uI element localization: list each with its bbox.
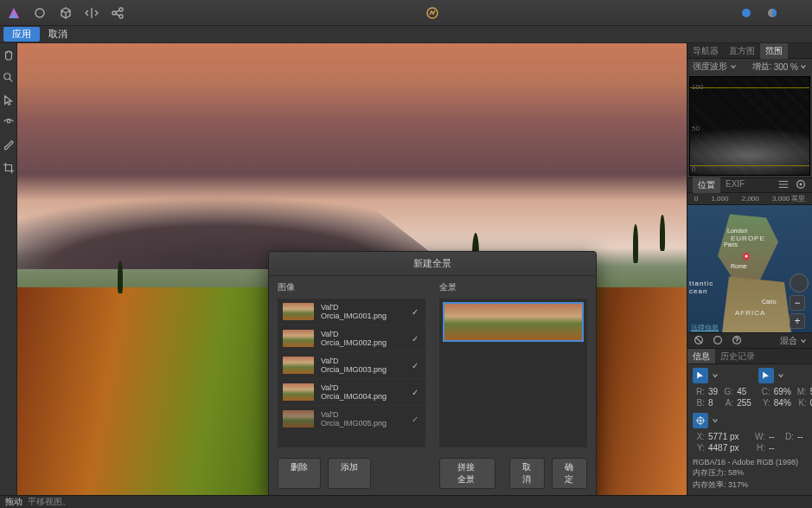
tab-histogram[interactable]: 直方图 — [724, 43, 760, 59]
list-item[interactable]: Val'D Orcia_IMG003.png✓ — [278, 352, 425, 379]
images-column-header: 图像 — [278, 281, 425, 293]
map-scale-ruler: 0 1,000 2,000 3,000 英里 — [687, 193, 812, 205]
info-panel-tabs: 信息 历史记录 — [687, 349, 812, 364]
map-place: London — [727, 228, 747, 234]
scope-panel-tabs: 导航器 直方图 范围 — [687, 43, 812, 59]
map-pin-icon — [742, 253, 751, 261]
map-legal-link[interactable]: 法律信息 — [691, 323, 719, 332]
svg-point-5 — [742, 9, 751, 17]
develop-persona-icon[interactable] — [424, 4, 441, 22]
zoom-tool-icon[interactable] — [2, 71, 16, 85]
thumbnail — [283, 357, 314, 374]
dialog-cancel-button[interactable]: 取消 — [509, 458, 545, 489]
hand-tool-icon[interactable] — [2, 48, 16, 62]
list-item[interactable]: Val'D Orcia_IMG002.png✓ — [278, 325, 425, 352]
crossed-circle-icon[interactable] — [693, 334, 705, 348]
crop-tool-icon[interactable] — [2, 161, 16, 175]
list-item[interactable]: Val'D Orcia_IMG004.png✓ — [278, 379, 425, 406]
dialog-title: 新建全景 — [269, 252, 596, 276]
app-logo-icon — [5, 4, 22, 22]
map-place: Cairo — [762, 299, 777, 305]
waveform-scope: 100 50 0 — [689, 76, 810, 176]
status-hint: 平移视图。 — [28, 496, 71, 508]
dialog-ok-button[interactable]: 确定 — [552, 458, 587, 489]
add-button[interactable]: 添加 — [328, 458, 371, 489]
info-panel-body: R:39 G:45 B:8 A:255 C:69% M:56% Y:84% — [687, 364, 812, 495]
apply-button[interactable]: 应用 — [3, 27, 40, 42]
svg-point-2 — [119, 8, 123, 11]
list-item[interactable]: Val'D Orcia_IMG005.png✓ — [278, 406, 425, 433]
status-action: 拖动 — [5, 496, 22, 508]
check-icon[interactable]: ✓ — [410, 333, 420, 344]
cancel-button[interactable]: 取消 — [40, 27, 76, 42]
circle-tool-icon[interactable] — [31, 4, 48, 22]
dropdown-icon[interactable] — [712, 371, 719, 381]
map-zoom-out-button[interactable]: − — [790, 295, 805, 311]
svg-point-11 — [745, 255, 748, 258]
blend-mode-dropdown[interactable]: 混合 — [780, 335, 807, 347]
dropdown-icon[interactable] — [712, 416, 719, 426]
check-icon[interactable]: ✓ — [410, 360, 420, 370]
source-image-list[interactable]: Val'D Orcia_IMG001.png✓ Val'D Orcia_IMG0… — [278, 299, 425, 447]
persona-half-icon[interactable] — [764, 4, 781, 22]
check-icon[interactable]: ✓ — [410, 414, 420, 424]
scope-mode-dropdown[interactable]: 强度波形 — [693, 61, 737, 73]
info-memory-efficiency: 内存效率: 317% — [693, 479, 807, 491]
gain-label: 增益: — [752, 61, 772, 73]
map-compass-icon[interactable] — [790, 273, 809, 293]
panorama-preview[interactable] — [443, 302, 584, 342]
svg-point-0 — [35, 9, 44, 17]
svg-point-7 — [3, 74, 10, 80]
sampler-pos-icon[interactable] — [693, 413, 708, 428]
svg-point-3 — [119, 15, 123, 18]
sampler-cmyk-icon[interactable] — [758, 368, 774, 383]
map-view[interactable]: EUROPE AFRICA ttantic cean London Paris … — [687, 205, 812, 332]
redeye-tool-icon[interactable] — [2, 116, 16, 130]
persona-crescent-icon[interactable] — [790, 4, 807, 22]
brush-tool-icon[interactable] — [2, 138, 16, 152]
right-panel-group: 导航器 直方图 范围 强度波形 增益: 300 % 100 50 0 位置 EX… — [687, 43, 812, 495]
location-panel-header: 位置 EXIF — [687, 177, 812, 193]
svg-point-8 — [7, 120, 10, 124]
map-panel: 0 1,000 2,000 3,000 英里 EUROPE AFRICA tta… — [687, 193, 812, 332]
pointer-tool-icon[interactable] — [2, 93, 16, 107]
share-tool-icon[interactable] — [109, 4, 126, 22]
top-toolbar — [0, 0, 812, 26]
stitch-panorama-button[interactable]: 拼接全景 — [439, 458, 496, 489]
tab-info[interactable]: 信息 — [687, 349, 715, 363]
panel-menu-icon[interactable] — [777, 178, 790, 192]
new-panorama-dialog: 新建全景 图像 Val'D Orcia_IMG001.png✓ Val'D Or… — [268, 251, 597, 498]
thumbnail — [283, 383, 314, 401]
check-icon[interactable]: ✓ — [410, 387, 420, 397]
panorama-preview-list[interactable] — [439, 299, 587, 447]
tab-navigator[interactable]: 导航器 — [687, 43, 724, 59]
svg-point-1 — [112, 11, 116, 15]
delete-button[interactable]: 删除 — [278, 458, 321, 489]
map-zoom-in-button[interactable]: + — [790, 313, 805, 329]
help-icon[interactable] — [731, 334, 743, 348]
left-toolbar — [0, 43, 17, 495]
mirror-tool-icon[interactable] — [83, 4, 100, 22]
svg-point-10 — [800, 184, 802, 186]
thumbnail — [283, 410, 314, 428]
map-place: Paris — [724, 241, 738, 248]
adjustment-icons-row: 混合 — [687, 332, 812, 349]
dropdown-icon[interactable] — [777, 371, 784, 381]
sampler-rgb-icon[interactable] — [693, 368, 708, 383]
persona-dot-icon[interactable] — [738, 4, 755, 22]
status-bar: 拖动 平移视图。 — [0, 495, 812, 508]
tab-exif[interactable]: EXIF — [720, 177, 750, 193]
cube-tool-icon[interactable] — [57, 4, 74, 22]
list-item[interactable]: Val'D Orcia_IMG001.png✓ — [278, 299, 425, 325]
tab-location[interactable]: 位置 — [693, 177, 720, 193]
gain-value[interactable]: 300 % — [774, 62, 798, 72]
tab-history[interactable]: 历史记录 — [715, 349, 760, 363]
thumbnail — [283, 330, 314, 347]
map-label-atlantic: ttantic cean — [689, 280, 713, 295]
circle-icon[interactable] — [712, 334, 724, 348]
panorama-column-header: 全景 — [439, 281, 587, 293]
check-icon[interactable]: ✓ — [410, 306, 420, 317]
target-icon[interactable] — [795, 178, 807, 192]
svg-point-13 — [714, 336, 722, 344]
tab-scope[interactable]: 范围 — [760, 43, 788, 59]
